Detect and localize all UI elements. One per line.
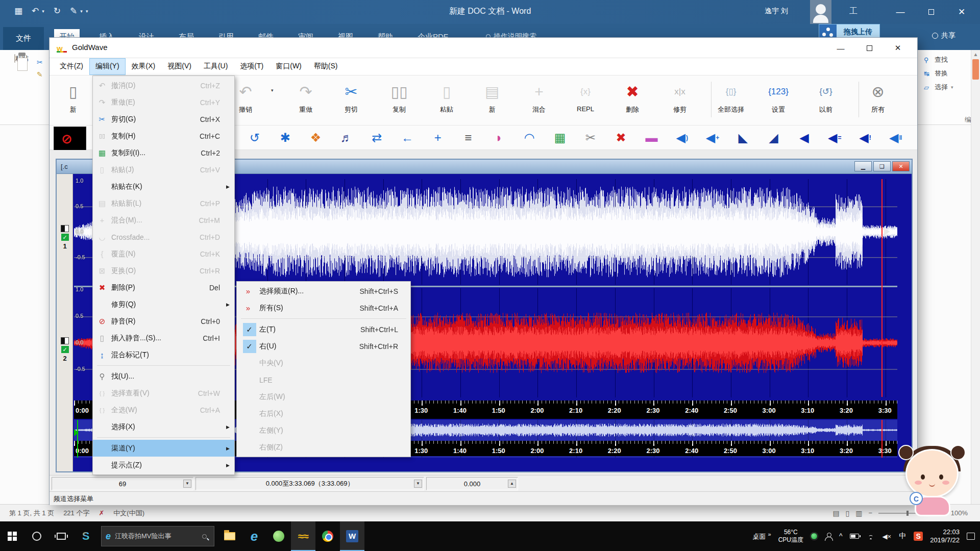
menu-item-右侧(Z)[interactable]: 右侧(Z)	[237, 439, 410, 456]
browser-360-button[interactable]	[266, 521, 291, 551]
share-button[interactable]: 共享	[932, 31, 955, 40]
set-button[interactable]: {123}设置	[757, 79, 800, 122]
goldwave-menu-窗口(W)[interactable]: 窗口(W)	[270, 58, 308, 75]
undo-arc-icon[interactable]: ↺	[243, 128, 266, 148]
properties-icon[interactable]: ✱	[274, 128, 297, 148]
ime-indicator[interactable]: 中	[898, 531, 906, 541]
action-center-icon[interactable]	[967, 533, 975, 540]
speaker-solid-icon[interactable]: ◣	[732, 128, 754, 148]
undo-button-dropdown-icon[interactable]: ▾	[271, 88, 274, 93]
redo-button[interactable]: ↷重做	[284, 79, 327, 122]
battery-icon[interactable]	[850, 534, 859, 539]
redo-icon[interactable]: ↻	[54, 6, 61, 16]
menu-item-选择查看(V)[interactable]: { }选择查看(V)Ctrl+W	[93, 385, 234, 402]
menu-item-左侧(Y)[interactable]: 左侧(Y)	[237, 422, 410, 439]
channel2-check-icon[interactable]: ✓	[61, 346, 69, 353]
menu-item-混合标记(T)[interactable]: ↨混合标记(T)	[93, 346, 234, 363]
goldwave-menu-选项(T)[interactable]: 选项(T)	[234, 58, 270, 75]
account-name[interactable]: 逸宇 刘	[765, 7, 788, 16]
sogou-browser-button[interactable]: S	[74, 521, 98, 551]
trim-button[interactable]: x|x修剪	[658, 79, 701, 122]
menu-item-粘贴(J)[interactable]: ▯粘贴(J)Ctrl+V	[93, 161, 234, 178]
paste-button[interactable]: ▯粘贴	[425, 79, 468, 122]
menu-item-渠道(Y)[interactable]: 渠道(Y)▶	[93, 440, 234, 457]
mix-button[interactable]: +混合	[518, 79, 560, 122]
speaker-icon[interactable]: ◀)	[671, 128, 693, 148]
scrollbar-thumb[interactable]	[972, 59, 979, 80]
sound-minimize-button[interactable]: ▁	[854, 161, 872, 171]
menu-item-左(T)[interactable]: ✓左(T)Shift+Ctrl+L	[237, 321, 410, 338]
menu-item-LFE[interactable]: LFE	[237, 371, 410, 388]
goldwave-close-button[interactable]: ✕	[884, 38, 912, 58]
word-taskbar-button[interactable]: W	[340, 521, 364, 551]
web-layout-icon[interactable]: ▥	[855, 509, 862, 517]
ribbon-display-options-icon[interactable]: 工	[849, 6, 857, 17]
position-spinner-icon[interactable]: ▲	[508, 480, 516, 488]
menu-item-左后(W)[interactable]: 左后(W)	[237, 388, 410, 405]
desktop-toolbar[interactable]: 桌面»	[753, 531, 771, 541]
select-button[interactable]: ▱选择▾	[924, 83, 977, 92]
cortana-button[interactable]	[24, 521, 49, 551]
goldwave-menu-效果(X)[interactable]: 效果(X)	[126, 58, 162, 75]
file-explorer-button[interactable]	[217, 521, 242, 551]
speaker-eq-icon[interactable]: ◀=	[823, 128, 846, 148]
exchange-icon[interactable]: ⇄	[365, 128, 388, 148]
menu-item-选择(X)[interactable]: 选择(X)▶	[93, 418, 234, 435]
speaker-plus-icon[interactable]: ◀+	[701, 128, 724, 148]
print-layout-icon[interactable]: ▯	[846, 509, 850, 517]
menu-item-插入静音...(S)...[interactable]: ▯插入静音...(S)...Ctrl+I	[93, 330, 234, 346]
repl-button[interactable]: {x}REPL	[564, 79, 607, 122]
color-mixer-icon[interactable]: ❖	[305, 128, 327, 148]
menu-item-重做(E)[interactable]: ↷重做(E)Ctrl+Y	[93, 94, 234, 111]
menu-item-覆盖(N)[interactable]: {覆盖(N)Ctrl+K	[93, 245, 234, 262]
previous-button[interactable]: {↺}以前	[804, 79, 847, 122]
volume-muted-icon[interactable]: ◀×	[883, 533, 892, 540]
delete-x-icon[interactable]: ✖	[610, 128, 632, 148]
sogou-ime-icon[interactable]: S	[914, 532, 923, 541]
menu-item-删除(P)[interactable]: ✖删除(P)Del	[93, 279, 234, 296]
save-icon[interactable]: ▦	[14, 6, 22, 16]
pan-bar-icon[interactable]: ▬	[640, 128, 663, 148]
tray-expand-icon[interactable]: ^	[839, 532, 843, 540]
read-mode-icon[interactable]: ▤	[832, 509, 839, 517]
goldwave-menu-编辑(Y)[interactable]: 编辑(Y)	[89, 58, 126, 75]
format-painter-icon[interactable]: ✎	[37, 68, 49, 81]
menu-item-右(U)[interactable]: ✓右(U)Shift+Ctrl+R	[237, 338, 410, 355]
channel1-check-icon[interactable]: ✓	[61, 234, 69, 241]
delete-button[interactable]: ✖删除	[611, 79, 654, 122]
goldwave-menu-工具(U)[interactable]: 工具(U)	[198, 58, 234, 75]
wifi-icon[interactable]	[866, 533, 875, 539]
goldwave-minimize-button[interactable]: —	[826, 38, 855, 58]
tab-file[interactable]: 文件	[3, 27, 44, 50]
replace-button[interactable]: ↹替换	[924, 69, 977, 78]
menu-item-右后(X)[interactable]: 右后(X)	[237, 405, 410, 422]
copy-button[interactable]: ▯▯复制	[378, 79, 421, 122]
overview-start-marker[interactable]	[77, 420, 78, 458]
speaker-warn-icon[interactable]: ◀!	[854, 128, 876, 148]
start-button[interactable]	[0, 521, 24, 551]
customize-qat-icon[interactable]: ▾	[86, 9, 88, 14]
word-minimize-button[interactable]: —	[886, 0, 915, 24]
paste-new-button[interactable]: ▤新	[471, 79, 513, 122]
menu-item-静音(R)[interactable]: ⊘静音(R)Ctrl+0	[93, 313, 234, 330]
speaker-left-icon[interactable]: ◀	[793, 128, 815, 148]
position-field[interactable]: 0.000 ▲	[426, 477, 518, 490]
spellcheck-icon[interactable]: ✗	[99, 509, 104, 517]
overflow-icon[interactable]: »	[768, 531, 771, 537]
silence-cut-icon[interactable]: ✂	[579, 128, 602, 148]
page-indicator[interactable]: 第 1 页, 共 1 页	[9, 509, 54, 518]
selection-field[interactable]: 0.000至3:33.069（3:33.069） ▼	[195, 477, 424, 490]
monitor-mute-icon[interactable]: ⊘	[54, 127, 86, 153]
internet-explorer-button[interactable]: e	[242, 521, 266, 551]
word-vertical-scrollbar[interactable]: ▲	[971, 50, 980, 504]
speaker-right-icon[interactable]: ◀‖	[885, 128, 907, 148]
menu-item-选择频道(R)...[interactable]: »选择频道(R)...Shift+Ctrl+S	[237, 283, 410, 299]
speaker-fade-icon[interactable]: ◢	[763, 128, 785, 148]
paste-button[interactable]: 粘贴 ▾	[8, 54, 35, 68]
menu-item-Crossfade...[interactable]: ◡Crossfade...Ctrl+D	[93, 229, 234, 245]
menu-item-全选(W)[interactable]: { }全选(W)Ctrl+A	[93, 402, 234, 418]
menu-item-所有(S)[interactable]: »所有(S)Shift+Ctrl+A	[237, 299, 410, 316]
menu-item-更换(O)[interactable]: ⊠更换(O)Ctrl+R	[93, 262, 234, 279]
channel1-wave-icon[interactable]	[61, 225, 69, 232]
sound-close-button[interactable]: ✕	[892, 161, 910, 171]
